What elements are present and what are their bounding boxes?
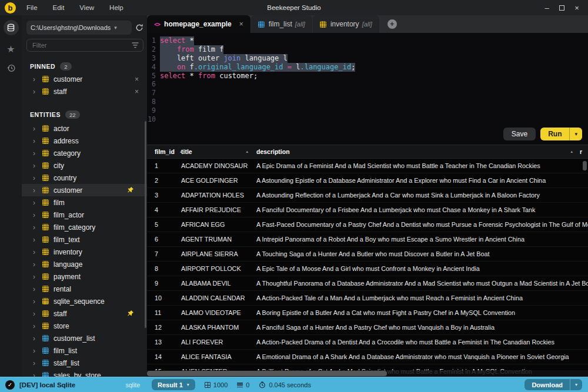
chevron-right-icon[interactable]: › [33,212,38,219]
chevron-right-icon[interactable]: › [33,310,38,317]
code-line[interactable]: 4 on f.original_language_id = l.language… [147,63,588,72]
table-row[interactable]: 1 ACADEMY DINOSAUR A Epic Drama of a Fem… [147,159,588,173]
chevron-right-icon[interactable]: › [33,138,38,145]
horizontal-scrollbar-thumb[interactable] [147,371,387,376]
code-line[interactable]: 9 [147,106,588,115]
chevron-right-icon[interactable]: › [33,323,38,330]
sidebar-entity-item[interactable]: › sales_by_store [22,369,147,377]
tab-homepage-example[interactable]: <> homepage_example × [147,15,250,33]
table-row[interactable]: 7 AIRPLANE SIERRA A Touching Saga of a H… [147,247,588,262]
code-line[interactable]: 8 [147,98,588,106]
table-row[interactable]: 12 ALASKA PHANTOM A Fanciful Saga of a H… [147,320,588,335]
chevron-right-icon[interactable]: › [33,187,38,194]
table-row[interactable]: 11 ALAMO VIDEOTAPE A Boring Epistle of a… [147,306,588,320]
chevron-right-icon[interactable]: › [33,360,38,367]
table-row[interactable]: 13 ALI FOREVER A Action-Packed Drama of … [147,335,588,350]
chevron-right-icon[interactable]: › [33,273,38,280]
menu-item[interactable]: View [79,4,94,11]
code-line[interactable]: 2 from film f [147,45,588,54]
pin-icon[interactable] [127,310,134,317]
minimize-icon[interactable]: – [543,4,551,12]
sidebar-entity-item[interactable]: › staff [22,307,147,320]
sidebar-entity-item[interactable]: › sqlite_sequence [22,295,147,307]
code-line[interactable]: 1select * [147,36,588,45]
save-button[interactable]: Save [503,128,536,140]
menu-item[interactable]: Edit [53,4,65,11]
chevron-right-icon[interactable]: › [33,261,38,268]
chevron-right-icon[interactable]: › [33,76,38,83]
sidebar-entity-item[interactable]: › address [22,135,147,147]
table-row[interactable]: 10 ALADDIN CALENDAR A Action-Packed Tale… [147,291,588,306]
pinned-item[interactable]: › staff × [22,85,147,98]
code-line[interactable]: 3 left outer join language l [147,54,588,63]
sidebar-scrollbar[interactable] [145,121,146,328]
chevron-right-icon[interactable]: › [33,236,38,243]
unpin-close-icon[interactable]: × [135,75,139,83]
column-header-partial[interactable]: r [580,148,588,155]
pinned-item[interactable]: › customer × [22,73,147,85]
sidebar-entity-item[interactable]: › store [22,320,147,332]
table-row[interactable]: 14 ALICE FANTASIA A Emotional Drama of a… [147,350,588,364]
sidebar-entity-item[interactable]: › film_text [22,233,147,246]
horizontal-scrollbar-track[interactable] [147,370,588,377]
unpin-close-icon[interactable]: × [135,88,139,96]
menu-item[interactable]: Help [109,4,123,11]
sidebar-entity-item[interactable]: › staff_list [22,357,147,369]
download-options-caret-icon[interactable]: ▾ [570,380,582,390]
new-tab-button[interactable]: + [387,19,397,29]
sidebar-entity-item[interactable]: › language [22,258,147,270]
sidebar-entity-item[interactable]: › film_list [22,344,147,357]
menu-item[interactable]: File [26,4,38,11]
code-line[interactable]: 6 [147,80,588,89]
chevron-right-icon[interactable]: › [33,224,38,231]
sidebar-entity-item[interactable]: › category [22,147,147,159]
database-nav-icon[interactable] [4,20,19,35]
sidebar-entity-item[interactable]: › payment [22,270,147,283]
filter-input[interactable] [26,39,143,52]
table-row[interactable]: 6 AGENT TRUMAN A Intrepid Panorama of a … [147,232,588,247]
table-row[interactable]: 4 AFFAIR PREJUDICE A Fanciful Documentar… [147,203,588,217]
tab-film-list[interactable]: film_list [all] [251,15,312,33]
download-button[interactable]: Download ▾ [524,379,582,390]
sidebar-entity-item[interactable]: › rental [22,283,147,295]
connection-selector[interactable]: C:\Users\ghstng\Downloads ▾ [26,21,132,35]
chevron-right-icon[interactable]: › [33,372,38,377]
sidebar-entity-item[interactable]: › inventory [22,246,147,258]
pin-icon[interactable] [127,186,134,193]
chevron-right-icon[interactable]: › [33,335,38,342]
sidebar-entity-item[interactable]: › customer [22,184,147,196]
run-label[interactable]: Run [540,128,569,140]
chevron-right-icon[interactable]: › [33,162,38,169]
code-line[interactable]: 10 [147,115,588,124]
sidebar-entity-item[interactable]: › customer_list [22,332,147,344]
sidebar-entity-item[interactable]: › film_category [22,221,147,233]
result-selector-button[interactable]: Result 1 ▾ [152,379,195,390]
vertical-scrollbar[interactable] [583,161,587,170]
column-header-description[interactable]: description ▴ [256,148,580,155]
table-row[interactable]: 3 ADAPTATION HOLES A Astounding Reflecti… [147,188,588,203]
table-row[interactable]: 9 ALABAMA DEVIL A Thoughtful Panorama of… [147,276,588,291]
column-header-film-id[interactable]: film_id ▴ [147,148,181,155]
close-window-icon[interactable]: × [573,4,581,12]
column-header-title[interactable]: title ▴ [181,148,256,155]
sql-editor[interactable]: 1select *2 from film f3 left outer join … [147,33,588,145]
chevron-right-icon[interactable]: › [33,298,38,305]
code-line[interactable]: 5select * from customer; [147,72,588,81]
chevron-right-icon[interactable]: › [33,150,38,157]
close-tab-icon[interactable]: × [239,20,243,28]
chevron-right-icon[interactable]: › [33,88,38,95]
sidebar-entity-item[interactable]: › film_actor [22,209,147,221]
table-row[interactable]: 2 ACE GOLDFINGER A Astounding Epistle of… [147,173,588,188]
chevron-right-icon[interactable]: › [33,125,38,132]
history-icon[interactable] [6,63,16,73]
run-button[interactable]: Run ▾ [540,128,582,140]
sidebar-entity-item[interactable]: › actor [22,122,147,135]
run-options-caret-icon[interactable]: ▾ [570,128,582,140]
chevron-right-icon[interactable]: › [33,347,38,354]
sidebar-entity-item[interactable]: › film [22,196,147,209]
chevron-right-icon[interactable]: › [33,249,38,256]
chevron-right-icon[interactable]: › [33,175,38,182]
chevron-right-icon[interactable]: › [33,199,38,206]
favorites-star-icon[interactable]: ★ [6,45,15,54]
code-area[interactable]: 1select *2 from film f3 left outer join … [147,36,588,124]
